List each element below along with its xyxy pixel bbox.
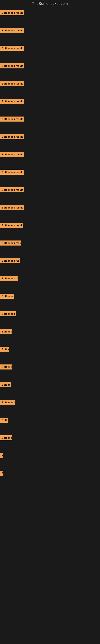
- bottleneck-item: Bottlenec: [0, 362, 100, 380]
- bottleneck-item: Bottleneck result: [0, 185, 100, 203]
- bottleneck-item: Bottlenec: [0, 433, 100, 451]
- bottleneck-item: Bottleneck re: [0, 309, 100, 327]
- bottleneck-item: Bottleneck: [0, 292, 100, 309]
- bottleneck-badge: Bottleneck result: [0, 116, 24, 122]
- bottleneck-badge: Bottleneck result: [0, 170, 24, 175]
- bottleneck-item: Bottleneck resu: [0, 274, 100, 292]
- bottleneck-badge: Bottleneck result: [0, 152, 24, 157]
- bottleneck-item: Bottleneck result: [0, 150, 100, 168]
- bottleneck-badge: Bottleneck result: [0, 46, 24, 51]
- bottleneck-badge: Bottlenec: [0, 435, 12, 440]
- bottleneck-item: Bottleneck result: [0, 238, 100, 256]
- bottleneck-badge: Bottleneck result: [0, 205, 24, 210]
- bottleneck-badge: Bottleneck resu: [0, 276, 18, 281]
- bottleneck-badge: Bottleneck result: [0, 10, 24, 15]
- bottleneck-item: Bottleneck result: [0, 168, 100, 185]
- bottleneck-badge: Bottlenec: [0, 329, 12, 334]
- bottleneck-badge: Bottleneck result: [0, 134, 24, 139]
- bottleneck-item: Bottleneck result: [0, 79, 100, 97]
- bottleneck-item: Bottleneck result: [0, 44, 100, 62]
- bottleneck-item: B: [0, 451, 100, 469]
- bottleneck-item: Bottleneck result: [0, 62, 100, 79]
- bottleneck-badge: Bottleneck result: [0, 99, 24, 104]
- bottleneck-badge: B: [0, 453, 3, 458]
- bottleneck-badge: Bottleneck result: [0, 64, 24, 68]
- bottleneck-badge: Bottleneck result: [0, 187, 24, 192]
- bottleneck-badge: Bottleneck: [0, 294, 14, 299]
- bottleneck-badge: Bottleneck r: [0, 400, 15, 405]
- bottleneck-item: Bottleneck result: [0, 256, 100, 274]
- bottleneck-badge: B: [0, 471, 3, 476]
- bottleneck-badge: Bottle: [0, 347, 9, 352]
- bottleneck-item: Bottle: [0, 345, 100, 362]
- bottleneck-item: Bottleneck result: [0, 114, 100, 132]
- bottleneck-badge: Bottleneck result: [0, 258, 20, 263]
- bottleneck-badge: Bottlenec: [0, 364, 12, 370]
- bottleneck-item: Bottleneck result: [0, 26, 100, 44]
- bottleneck-badge: Bottl: [0, 418, 8, 422]
- bottleneck-item: Bottleneck result: [0, 132, 100, 150]
- bottleneck-item: B: [0, 469, 100, 486]
- bottleneck-item: Bottleneck r: [0, 398, 100, 416]
- bottleneck-item: Bottleneck result: [0, 8, 100, 26]
- bottleneck-badge: Bottleneck result: [0, 223, 23, 228]
- bottleneck-item: Bottleneck result: [0, 203, 100, 221]
- bottleneck-badge: Bottleneck result: [0, 81, 24, 86]
- bottleneck-item: Bottlend: [0, 380, 100, 398]
- bottleneck-item: Bottleneck result: [0, 221, 100, 238]
- bottleneck-badge: Bottleneck re: [0, 311, 16, 316]
- bottleneck-item: Bottleneck result: [0, 97, 100, 114]
- bottleneck-badge: Bottleneck result: [0, 240, 21, 246]
- bottleneck-badge: Bottlend: [0, 382, 11, 387]
- site-title: TheBottlenecker.com: [0, 0, 100, 8]
- bottleneck-badge: Bottleneck result: [0, 28, 24, 33]
- bottleneck-item: Bottlenec: [0, 327, 100, 345]
- bottleneck-item: Bottl: [0, 416, 100, 433]
